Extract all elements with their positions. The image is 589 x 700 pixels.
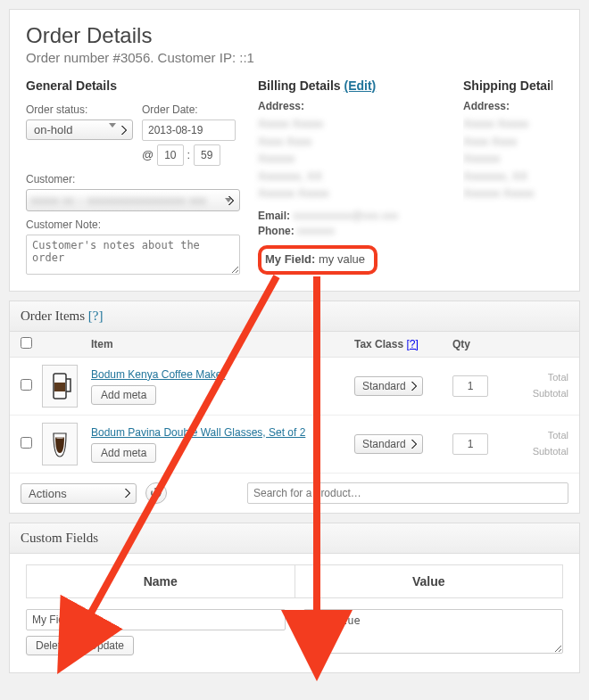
- billing-email-label: Email:: [258, 210, 290, 222]
- customer-value-redacted: xxxxx xx – xxxxxxxxxxxxxxxxx xxx: [30, 194, 206, 207]
- item-subtotal-label: Subtotal: [515, 386, 568, 402]
- order-date-input[interactable]: [142, 119, 236, 141]
- billing-heading: Billing Details (Edit): [258, 78, 445, 93]
- cf-name-input[interactable]: [26, 609, 286, 630]
- order-date-label: Order Date:: [142, 103, 236, 116]
- cf-delete-button[interactable]: Delete: [26, 636, 77, 655]
- order-item-row: Bodum Pavina Double Wall Glasses, Set of…: [10, 416, 579, 474]
- qty-col-header: Qty: [452, 338, 515, 350]
- billing-details-column: Billing Details (Edit) Address: Xxxxx Xx…: [258, 78, 445, 277]
- item-thumbnail[interactable]: [42, 423, 78, 465]
- select-all-checkbox[interactable]: [21, 337, 32, 349]
- order-details-panel: Order Details Order number #3056. Custom…: [9, 9, 580, 292]
- order-status-label: Order status:: [26, 103, 133, 116]
- bulk-actions-select[interactable]: Actions: [21, 483, 137, 504]
- qty-input[interactable]: [452, 433, 488, 455]
- time-at-symbol: @: [142, 148, 153, 161]
- billing-address-redacted: Xxxxx XxxxxXxxx XxxxXxxxxxXxxxxxx, XXXxx…: [258, 115, 328, 202]
- item-total-label: Total: [515, 370, 568, 386]
- item-name-link[interactable]: Bodum Pavina Double Wall Glasses, Set of…: [91, 426, 354, 439]
- billing-heading-text: Billing Details: [258, 78, 341, 93]
- item-checkbox[interactable]: [21, 379, 32, 391]
- billing-phone-redacted: xxxxxxx: [297, 225, 335, 237]
- shipping-address-redacted: Xxxxx XxxxxXxxx XxxxXxxxxxXxxxxxx, XXXxx…: [463, 115, 534, 202]
- customer-label: Customer:: [26, 173, 240, 185]
- order-items-help-link[interactable]: [?]: [88, 309, 104, 323]
- customer-note-label: Customer Note:: [26, 218, 240, 231]
- billing-email-redacted: xxxxxxxxxxx@xxx.xxx: [293, 210, 398, 222]
- shipping-details-column: Shipping Details Address: Xxxxx XxxxxXxx…: [463, 78, 552, 277]
- cf-update-button[interactable]: Update: [79, 636, 134, 655]
- svg-rect-1: [54, 383, 65, 391]
- item-subtotal-label: Subtotal: [515, 444, 568, 460]
- page-title: Order Details: [26, 23, 563, 48]
- general-details-column: General Details Order status: on-hold Or…: [26, 78, 240, 277]
- custom-field-row: Delete Update my value: [26, 609, 563, 656]
- shipping-heading: Shipping Details: [463, 78, 552, 93]
- chevron-down-icon: [109, 123, 116, 128]
- order-subtitle: Order number #3056. Customer IP: ::1: [26, 50, 563, 65]
- item-name-link[interactable]: Bodum Kenya Coffee Maker: [91, 368, 354, 381]
- chevron-down-icon: [225, 198, 232, 202]
- customer-select[interactable]: xxxxx xx – xxxxxxxxxxxxxxxxx xxx: [26, 189, 240, 211]
- qty-input[interactable]: [452, 375, 488, 397]
- order-items-header-row: Item Tax Class [?] Qty: [10, 332, 579, 358]
- refresh-icon: [151, 488, 162, 498]
- product-search-input[interactable]: [247, 482, 568, 504]
- order-status-select[interactable]: on-hold: [26, 119, 133, 140]
- custom-fields-section: Custom Fields Name Value Delete Update m…: [9, 523, 580, 673]
- add-meta-button[interactable]: Add meta: [91, 385, 156, 405]
- add-meta-button[interactable]: Add meta: [91, 443, 156, 463]
- order-items-heading: Order Items [?]: [10, 301, 579, 332]
- refresh-button[interactable]: [145, 482, 167, 504]
- billing-edit-link[interactable]: (Edit): [344, 78, 376, 93]
- tax-class-select[interactable]: Standard: [354, 434, 423, 454]
- custom-fields-header-row: Name Value: [26, 564, 563, 598]
- order-items-heading-text: Order Items: [21, 309, 85, 323]
- customer-note-textarea[interactable]: [26, 235, 240, 275]
- order-items-section: Order Items [?] Item Tax Class [?] Qty B…: [9, 301, 580, 514]
- order-minute-input[interactable]: [194, 144, 220, 166]
- order-status-value: on-hold: [34, 123, 72, 136]
- order-items-footer: Actions: [10, 474, 579, 513]
- order-item-row: Bodum Kenya Coffee Maker Add meta Standa…: [10, 358, 579, 416]
- tax-class-select[interactable]: Standard: [354, 376, 423, 396]
- cf-name-header: Name: [27, 565, 295, 597]
- glass-icon: [46, 426, 73, 462]
- item-thumbnail[interactable]: [42, 365, 78, 408]
- billing-phone-label: Phone:: [258, 225, 294, 237]
- item-total-label: Total: [515, 428, 568, 444]
- item-checkbox[interactable]: [21, 437, 32, 449]
- tax-help-link[interactable]: [?]: [407, 338, 419, 350]
- general-details-heading: General Details: [26, 78, 240, 93]
- time-separator: :: [187, 148, 190, 161]
- svg-point-2: [55, 435, 64, 439]
- shipping-address-label: Address:: [463, 100, 510, 112]
- tax-col-header: Tax Class: [354, 338, 403, 350]
- billing-custom-field-highlight: My Field: my value: [258, 245, 377, 275]
- coffee-maker-icon: [46, 368, 73, 404]
- billing-custom-field-value: my value: [319, 252, 365, 266]
- cf-value-header: Value: [295, 565, 563, 597]
- custom-fields-heading: Custom Fields: [10, 523, 579, 554]
- order-hour-input[interactable]: [157, 144, 184, 166]
- billing-address-label: Address:: [258, 100, 304, 112]
- billing-custom-field-label: My Field:: [265, 252, 315, 266]
- cf-value-textarea[interactable]: my value: [303, 609, 563, 654]
- item-col-header: Item: [91, 338, 354, 350]
